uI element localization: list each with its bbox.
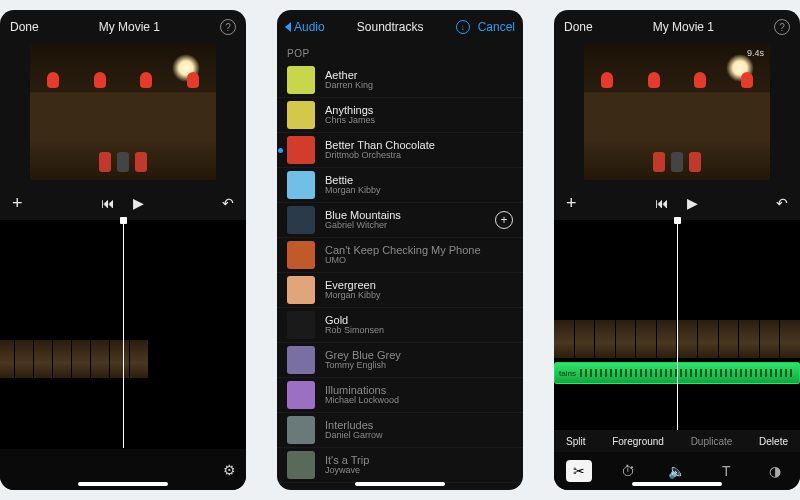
undo-button[interactable]: ↶ bbox=[776, 195, 788, 211]
track-meta: AnythingsChris James bbox=[325, 104, 513, 126]
playhead[interactable] bbox=[677, 220, 678, 430]
back-audio-button[interactable]: Audio bbox=[285, 20, 325, 34]
track-artist: Rob Simonsen bbox=[325, 326, 513, 336]
play-button[interactable]: ▶ bbox=[133, 195, 144, 211]
add-track-button[interactable]: + bbox=[495, 211, 513, 229]
track-artist: Daniel Garrow bbox=[325, 431, 513, 441]
track-artist: Morgan Kibby bbox=[325, 291, 513, 301]
track-meta: Better Than ChocolateDrittmob Orchestra bbox=[325, 139, 513, 161]
track-artist: Darren King bbox=[325, 81, 513, 91]
track-row[interactable]: IlluminationsMichael Lockwood bbox=[277, 378, 523, 413]
duplicate-action: Duplicate bbox=[691, 436, 733, 447]
track-row[interactable]: AetherDarren King bbox=[277, 63, 523, 98]
album-art bbox=[287, 171, 315, 199]
album-art bbox=[287, 241, 315, 269]
album-art bbox=[287, 416, 315, 444]
track-meta: IlluminationsMichael Lockwood bbox=[325, 384, 513, 406]
track-row[interactable]: GoldRob Simonsen bbox=[277, 308, 523, 343]
track-artist: Michael Lockwood bbox=[325, 396, 513, 406]
video-preview[interactable]: 9.4s bbox=[584, 44, 770, 180]
track-title: Can't Keep Checking My Phone bbox=[325, 244, 513, 256]
video-preview[interactable] bbox=[30, 44, 216, 180]
track-meta: InterludesDaniel Garrow bbox=[325, 419, 513, 441]
scissors-icon: ✂ bbox=[573, 463, 585, 479]
track-row[interactable]: AnythingsChris James bbox=[277, 98, 523, 133]
album-art bbox=[287, 381, 315, 409]
context-actions: Split Foreground Duplicate Delete bbox=[554, 430, 800, 452]
track-artist: Morgan Kibby bbox=[325, 186, 513, 196]
foreground-action[interactable]: Foreground bbox=[612, 436, 664, 447]
help-icon[interactable]: ? bbox=[220, 19, 236, 35]
album-art bbox=[287, 206, 315, 234]
track-meta: It's a TripJoywave bbox=[325, 454, 513, 476]
album-art bbox=[287, 276, 315, 304]
project-title: My Movie 1 bbox=[99, 20, 160, 34]
track-row[interactable]: Better Than ChocolateDrittmob Orchestra bbox=[277, 133, 523, 168]
home-indicator[interactable] bbox=[632, 482, 722, 486]
track-row[interactable]: Can't Keep Checking My PhoneUMO bbox=[277, 238, 523, 273]
cut-tool[interactable]: ✂ bbox=[566, 460, 592, 482]
album-art bbox=[287, 451, 315, 479]
track-meta: Blue MountainsGabriel Witcher bbox=[325, 209, 495, 231]
volume-icon: 🔈 bbox=[668, 463, 685, 479]
track-artist: Drittmob Orchestra bbox=[325, 151, 513, 161]
track-row[interactable]: InterludesDaniel Garrow bbox=[277, 413, 523, 448]
help-icon[interactable]: ? bbox=[774, 19, 790, 35]
clip-strip[interactable] bbox=[0, 340, 148, 378]
cancel-button[interactable]: Cancel bbox=[478, 20, 515, 34]
track-row[interactable]: Blue MountainsGabriel Witcher+ bbox=[277, 203, 523, 238]
speed-icon: ⏱ bbox=[621, 463, 635, 479]
play-button[interactable]: ▶ bbox=[687, 195, 698, 211]
split-action[interactable]: Split bbox=[566, 436, 585, 447]
album-art bbox=[287, 346, 315, 374]
track-meta: GoldRob Simonsen bbox=[325, 314, 513, 336]
timeline[interactable] bbox=[0, 220, 246, 448]
speed-tool: ⏱ bbox=[615, 460, 641, 482]
playhead[interactable] bbox=[123, 220, 124, 448]
timeline[interactable]: tains bbox=[554, 220, 800, 430]
home-indicator[interactable] bbox=[355, 482, 445, 486]
text-tool: T bbox=[713, 460, 739, 482]
track-row[interactable]: It's a TripJoywave bbox=[277, 448, 523, 483]
track-row[interactable]: Grey Blue GreyTommy English bbox=[277, 343, 523, 378]
track-meta: Can't Keep Checking My PhoneUMO bbox=[325, 244, 513, 266]
undo-button[interactable]: ↶ bbox=[222, 195, 234, 211]
track-list[interactable]: AetherDarren KingAnythingsChris JamesBet… bbox=[277, 63, 523, 490]
home-indicator[interactable] bbox=[78, 482, 168, 486]
delete-action[interactable]: Delete bbox=[759, 436, 788, 447]
waveform bbox=[580, 369, 795, 377]
track-artist: Tommy English bbox=[325, 361, 513, 371]
track-artist: Joywave bbox=[325, 466, 513, 476]
album-art bbox=[287, 66, 315, 94]
volume-tool[interactable]: 🔈 bbox=[664, 460, 690, 482]
add-media-button[interactable]: + bbox=[566, 193, 577, 214]
track-artist: Gabriel Witcher bbox=[325, 221, 495, 231]
add-media-button[interactable]: + bbox=[12, 193, 23, 214]
done-button[interactable]: Done bbox=[564, 20, 593, 34]
prev-frame-button[interactable]: ⏮ bbox=[101, 195, 115, 211]
track-artist: UMO bbox=[325, 256, 513, 266]
filter-tool: ◑ bbox=[762, 460, 788, 482]
chevron-left-icon bbox=[285, 22, 291, 32]
album-art bbox=[287, 136, 315, 164]
back-label: Audio bbox=[294, 20, 325, 34]
now-playing-dot bbox=[278, 148, 283, 153]
album-art bbox=[287, 311, 315, 339]
project-title: My Movie 1 bbox=[653, 20, 714, 34]
track-meta: EvergreenMorgan Kibby bbox=[325, 279, 513, 301]
album-art bbox=[287, 101, 315, 129]
done-button[interactable]: Done bbox=[10, 20, 39, 34]
track-meta: BettieMorgan Kibby bbox=[325, 174, 513, 196]
track-artist: Chris James bbox=[325, 116, 513, 126]
clip-duration: 9.4s bbox=[747, 48, 764, 58]
settings-icon[interactable]: ⚙ bbox=[223, 462, 236, 478]
filter-icon: ◑ bbox=[769, 463, 781, 479]
track-row[interactable]: EvergreenMorgan Kibby bbox=[277, 273, 523, 308]
track-row[interactable]: BettieMorgan Kibby bbox=[277, 168, 523, 203]
section-header: POP bbox=[277, 44, 523, 63]
audio-clip-label: tains bbox=[559, 369, 576, 378]
prev-frame-button[interactable]: ⏮ bbox=[655, 195, 669, 211]
track-meta: AetherDarren King bbox=[325, 69, 513, 91]
track-meta: Grey Blue GreyTommy English bbox=[325, 349, 513, 371]
download-all-icon[interactable] bbox=[456, 20, 470, 34]
